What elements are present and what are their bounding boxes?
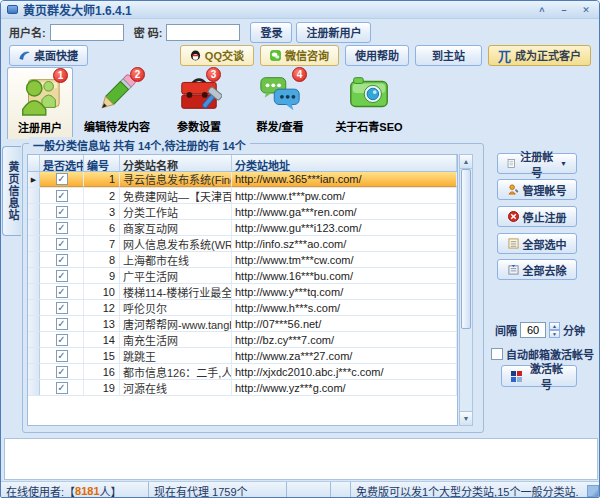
tab-about-shiqing-seo[interactable]: 关于石青SEO (323, 67, 415, 139)
password-input[interactable] (166, 24, 240, 41)
stop-icon (508, 211, 519, 222)
select-all-button[interactable]: 全部选中 (497, 233, 577, 254)
auto-email-checkbox[interactable] (491, 348, 503, 360)
free-version-note: 免费版可以发1个大型分类站,15个一般分类站. (351, 482, 587, 498)
manage-icon (508, 184, 519, 195)
help-button[interactable]: 使用帮助 (345, 45, 409, 66)
row-id: 7 (84, 236, 120, 251)
main-site-button[interactable]: 到主站 (415, 45, 482, 66)
row-site-url: http://www.ga***ren.com/ (232, 204, 457, 219)
row-checkbox[interactable] (56, 254, 68, 266)
pi-logo-icon: 兀 (498, 46, 511, 65)
row-checkbox[interactable] (56, 334, 68, 346)
row-site-url: http://07***56.net/ (232, 316, 457, 331)
camera-icon (346, 70, 392, 116)
password-label: 密 码: (134, 24, 163, 40)
chevron-down-icon: ▼ (560, 160, 567, 167)
row-checkbox[interactable] (56, 318, 68, 330)
row-checkbox[interactable] (56, 190, 68, 202)
row-checkbox[interactable] (56, 173, 68, 185)
row-id: 3 (84, 204, 120, 219)
register-new-user-button[interactable]: 注册新用户 (296, 22, 371, 43)
tab-parameters[interactable]: 3 参数设置 (161, 67, 237, 139)
row-id: 10 (84, 284, 120, 299)
table-row[interactable]: 16 都市信息126：二手,人才,房产,免费 http://xjxdc2010.… (28, 364, 457, 380)
resize-grip[interactable] (587, 485, 599, 497)
activate-account-button[interactable]: 激活帐号 (501, 365, 577, 387)
close-button[interactable]: ✕ (579, 5, 593, 15)
row-id: 16 (84, 364, 120, 379)
table-row[interactable]: 12 呼伦贝尔 http://www.h***s.com/ (28, 300, 457, 316)
username-input[interactable] (50, 24, 124, 41)
table-row[interactable]: 8 上海都市在线 http://www.tm***cw.com/ (28, 252, 457, 268)
badge: 1 (53, 68, 68, 83)
scroll-down-icon[interactable]: ▼ (460, 411, 472, 425)
title-bar: 黄页群发大师1.6.4.1 ˄ – ✕ (1, 1, 599, 19)
login-button[interactable]: 登录 (250, 22, 292, 43)
login-bar: 用户名: 密 码: 登录 注册新用户 (1, 21, 599, 43)
scroll-up-icon[interactable]: ▲ (460, 155, 472, 169)
row-checkbox[interactable] (56, 286, 68, 298)
row-selector (28, 252, 40, 267)
table-row[interactable]: 10 楼梯114-楼梯行业最全的信息交流 http://www.y***tq.c… (28, 284, 457, 300)
select-all-icon (508, 238, 519, 249)
desktop-shortcut-button[interactable]: 桌面快捷 (9, 45, 88, 66)
interval-label: 间隔 (495, 322, 517, 338)
qq-icon (190, 50, 201, 61)
manage-account-button[interactable]: 管理帐号 (497, 179, 577, 200)
row-checkbox[interactable] (56, 206, 68, 218)
row-site-url: http://www.y***tq.com/ (232, 284, 457, 299)
become-customer-button[interactable]: 兀 成为正式客户 (488, 45, 591, 66)
sidebar-tab-yellow-pages[interactable]: 黄页信息站 (2, 146, 21, 236)
table-row[interactable]: 2 免费建网站—【天津百众网】打造 http://www.t***pw.com/ (28, 188, 457, 204)
tab-edit-content[interactable]: 2 编辑待发内容 (73, 67, 161, 139)
table-row[interactable]: 19 河源在线 http://www.yz***g.com/ (28, 380, 457, 396)
row-selector (28, 188, 40, 203)
row-selector (28, 284, 40, 299)
row-checkbox[interactable] (56, 382, 68, 394)
proxy-status: 现在有代理 1759个 (149, 482, 287, 498)
table-row[interactable]: 6 商家互动网 http://www.gu***i123.com/ (28, 220, 457, 236)
row-checkbox[interactable] (56, 302, 68, 314)
table-row[interactable]: 13 唐河帮帮网-www.tanghebangbang http://07***… (28, 316, 457, 332)
app-icon (7, 5, 18, 14)
table-row[interactable]: 7 网人信息发布系统(WRMPS)|><最 http://info.sz***a… (28, 236, 457, 252)
collapse-button[interactable]: ˄ (535, 5, 549, 15)
row-selector (28, 300, 40, 315)
interval-stepper[interactable]: ▲ ▼ (549, 322, 560, 338)
username-label: 用户名: (9, 24, 46, 40)
row-site-name: 呼伦贝尔 (120, 300, 232, 315)
stepper-up-icon[interactable]: ▲ (549, 322, 560, 330)
scroll-thumb[interactable] (461, 169, 471, 329)
deselect-all-button[interactable]: 全部去除 (497, 259, 577, 280)
row-checkbox[interactable] (56, 366, 68, 378)
table-row[interactable]: 14 南充生活网 http://bz.cy***7.com/ (28, 332, 457, 348)
table-scrollbar[interactable]: ▲ ▼ (459, 154, 473, 426)
minimize-button[interactable]: – (557, 5, 571, 15)
row-id: 1 (84, 172, 120, 187)
online-users-status: 在线使用者:【8181人】 (1, 482, 149, 498)
app-window: 黄页群发大师1.6.4.1 ˄ – ✕ 用户名: 密 码: 登录 注册新用户 桌… (0, 0, 600, 498)
wechat-button[interactable]: 微信咨询 (260, 45, 339, 66)
register-account-button[interactable]: 注册帐号 ▼ (497, 153, 577, 174)
table-row[interactable]: 9 广平生活网 http://www.16***bu.com/ (28, 268, 457, 284)
table-row[interactable]: ▶ 1 寻云信息发布系统(FindYun)|><最 http://www.365… (28, 172, 457, 188)
row-selector (28, 204, 40, 219)
table-row[interactable]: 3 分类工作站 http://www.ga***ren.com/ (28, 204, 457, 220)
row-site-name: 南充生活网 (120, 332, 232, 347)
tab-mass-send-view[interactable]: 4 群发/查看 (237, 67, 323, 139)
row-checkbox[interactable] (56, 270, 68, 282)
row-checkbox[interactable] (56, 350, 68, 362)
row-checkbox[interactable] (56, 238, 68, 250)
stepper-down-icon[interactable]: ▼ (549, 330, 560, 338)
row-site-name: 免费建网站—【天津百众网】打造 (120, 188, 232, 203)
qq-chat-button[interactable]: QQ交谈 (180, 45, 254, 66)
table-row[interactable]: 15 跳跳王 http://www.za***27.com/ (28, 348, 457, 364)
stop-register-button[interactable]: 停止注册 (497, 206, 577, 227)
document-icon (507, 158, 516, 169)
row-checkbox[interactable] (56, 222, 68, 234)
shortcut-swoosh-icon (19, 50, 30, 61)
row-selector (28, 268, 40, 283)
interval-input[interactable] (520, 322, 546, 338)
tab-register-users[interactable]: 1 注册用户 (7, 67, 73, 139)
